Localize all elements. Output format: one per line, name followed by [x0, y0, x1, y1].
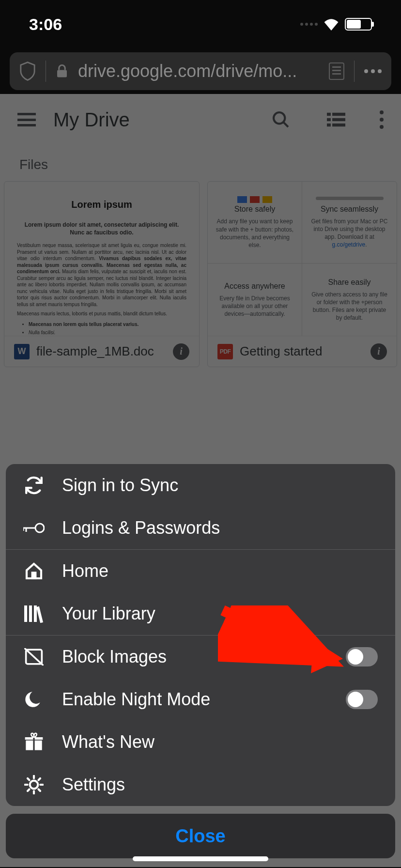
svg-rect-7 [327, 124, 331, 126]
menu-item-settings[interactable]: Settings [6, 763, 395, 806]
home-icon [23, 560, 45, 582]
menu-item-block-images[interactable]: Block Images [6, 636, 395, 678]
files-section-label: Files [0, 145, 401, 181]
file-footer: W file-sample_1MB.doc i [4, 336, 199, 367]
info-icon[interactable]: i [173, 343, 189, 360]
svg-rect-4 [332, 113, 345, 116]
info-icon[interactable]: i [370, 343, 387, 360]
more-options-icon[interactable] [380, 110, 384, 129]
svg-point-1 [274, 112, 285, 124]
cellular-dots-icon [300, 23, 318, 26]
view-toggle-button[interactable] [324, 108, 348, 131]
pdf-file-icon: PDF [217, 344, 233, 359]
action-sheet: Sign in to Sync Logins & Passwords Home [0, 464, 401, 868]
url-text: drive.google.com/drive/mo... [78, 61, 319, 81]
hamburger-icon[interactable] [17, 113, 36, 126]
menu-item-sign-in-sync[interactable]: Sign in to Sync [6, 464, 395, 507]
svg-line-30 [39, 790, 41, 791]
svg-rect-5 [327, 118, 331, 121]
file-card[interactable]: Lorem ipsum Lorem ipsum dolor sit amet, … [4, 181, 200, 367]
svg-rect-17 [36, 606, 43, 623]
menu-item-whats-new[interactable]: What's New [6, 721, 395, 763]
svg-point-9 [35, 524, 44, 532]
file-preview: Lorem ipsum Lorem ipsum dolor sit amet, … [4, 182, 199, 336]
shield-icon[interactable] [19, 62, 36, 81]
svg-rect-8 [332, 124, 345, 126]
wifi-icon [323, 18, 340, 31]
search-icon [271, 110, 291, 129]
night-mode-toggle[interactable] [346, 690, 378, 709]
menu-item-home[interactable]: Home [6, 550, 395, 592]
menu-item-logins-passwords[interactable]: Logins & Passwords [6, 507, 395, 549]
svg-rect-15 [29, 605, 32, 622]
status-bar: 3:06 [0, 0, 401, 48]
battery-icon [345, 18, 372, 31]
key-icon [23, 517, 45, 539]
drive-header: My Drive [0, 94, 401, 145]
library-icon [23, 603, 45, 624]
page-title: My Drive [53, 109, 237, 131]
menu-item-library[interactable]: Your Library [6, 592, 395, 635]
svg-rect-21 [35, 741, 42, 750]
svg-rect-22 [25, 737, 33, 740]
svg-line-32 [39, 778, 41, 780]
status-time: 3:06 [29, 15, 62, 34]
svg-rect-23 [35, 737, 43, 740]
svg-rect-0 [57, 70, 67, 78]
svg-rect-3 [327, 113, 331, 116]
status-icons [300, 18, 372, 31]
gift-icon [23, 731, 45, 753]
svg-line-29 [28, 778, 30, 780]
file-name: file-sample_1MB.doc [36, 344, 166, 359]
svg-point-24 [30, 781, 38, 789]
settings-icon [23, 774, 45, 795]
page-actions-icon[interactable] [364, 69, 382, 73]
svg-rect-13 [32, 573, 36, 578]
svg-rect-16 [34, 605, 37, 622]
search-button[interactable] [269, 108, 293, 131]
file-preview: Store safely Add any file you want to ke… [208, 182, 397, 336]
svg-rect-6 [332, 118, 345, 121]
list-view-icon [327, 112, 345, 127]
svg-line-19 [24, 648, 43, 666]
svg-rect-14 [24, 605, 27, 622]
file-footer: PDF Getting started i [208, 336, 397, 367]
reader-mode-icon[interactable] [329, 62, 344, 80]
svg-line-2 [283, 122, 288, 127]
home-indicator[interactable] [133, 856, 268, 861]
sync-icon [23, 475, 45, 496]
file-name: Getting started [240, 344, 364, 359]
svg-line-31 [28, 790, 30, 791]
lock-icon [56, 64, 68, 78]
close-button[interactable]: Close [6, 814, 395, 858]
svg-rect-20 [26, 741, 33, 750]
block-images-icon [23, 646, 45, 667]
word-file-icon: W [14, 344, 30, 359]
file-card[interactable]: Store safely Add any file you want to ke… [207, 181, 397, 367]
block-images-toggle[interactable] [346, 647, 378, 666]
menu-item-night-mode[interactable]: Enable Night Mode [6, 678, 395, 721]
url-bar[interactable]: drive.google.com/drive/mo... [10, 52, 391, 90]
moon-icon [23, 689, 45, 710]
